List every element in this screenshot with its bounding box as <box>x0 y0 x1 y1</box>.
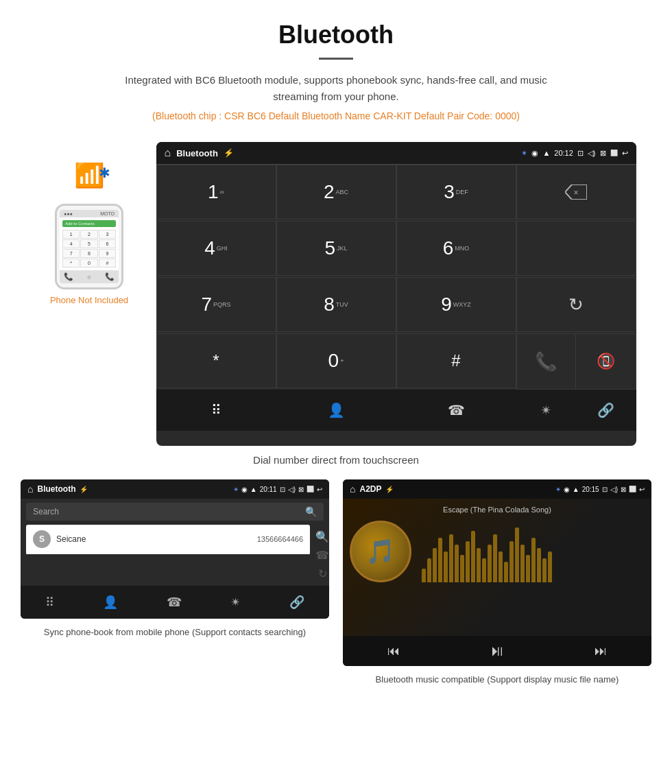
phone-key-1[interactable]: 1 <box>62 230 80 239</box>
dial-call-buttons: 📞 📵 <box>516 333 636 390</box>
dial-key-5[interactable]: 5JKL <box>276 221 396 276</box>
pb-side-search-icon[interactable]: 🔍 <box>315 530 329 543</box>
pb-contact-list: S Seicane 13566664466 <box>26 525 310 554</box>
dial-key-7[interactable]: 7PQRS <box>156 277 276 332</box>
phone-key-star[interactable]: * <box>62 259 80 268</box>
pb-nav-keypad[interactable]: ⠿ <box>45 595 54 610</box>
bottom-screenshots: ⌂ Bluetooth ⚡ ✴ ◉ ▲ 20:11 ⊡ ◁) ⊠ ⬜ ↩ <box>21 479 651 687</box>
pb-nav-bt[interactable]: ✴ <box>230 595 241 610</box>
dial-key-9[interactable]: 9WXYZ <box>396 277 516 332</box>
dial-key-6[interactable]: 6MNO <box>396 221 516 276</box>
phone-key-0[interactable]: 0 <box>80 259 97 268</box>
music-song-title: Escape (The Pina Colada Song) <box>443 506 551 514</box>
dial-section: 📶 ✱ ●●●MOTO Add to Contacts 1 2 3 4 5 <box>21 142 651 446</box>
android-dial-screen: ⌂ Bluetooth ⚡ ✴ ◉ ▲ 20:12 ⊡ ◁) ⊠ ⬜ ↩ <box>156 142 636 446</box>
dial-nav-keypad[interactable]: ⠿ <box>156 390 276 431</box>
music-cam-icon: ⊡ <box>602 486 608 493</box>
pb-side-refresh-icon[interactable]: ↻ <box>318 567 327 580</box>
pb-bt-icon: ✴ <box>233 486 239 493</box>
dial-key-2[interactable]: 2ABC <box>276 165 396 219</box>
phone-frame: ●●●MOTO Add to Contacts 1 2 3 4 5 6 7 8 … <box>55 204 123 289</box>
dial-nav-contacts[interactable]: 👤 <box>276 390 396 431</box>
pb-contact-avatar: S <box>33 530 51 548</box>
music-sig-icon: ▲ <box>573 486 579 493</box>
music-play-pause-button[interactable]: ⏯ <box>490 642 505 660</box>
home-icon[interactable]: ⌂ <box>165 147 171 159</box>
dial-nav-bt[interactable]: ✴ <box>516 390 577 431</box>
xmark-status-icon: ⊠ <box>600 149 606 158</box>
music-art-area: 🎵 <box>350 521 645 582</box>
signal-status-icon: ▲ <box>542 149 550 157</box>
phone-key-hash[interactable]: # <box>99 259 116 268</box>
pb-home-icon[interactable]: ⌂ <box>27 484 33 495</box>
dial-backspace-button[interactable]: × <box>516 165 636 219</box>
phonebook-block: ⌂ Bluetooth ⚡ ✴ ◉ ▲ 20:11 ⊡ ◁) ⊠ ⬜ ↩ <box>21 479 329 687</box>
dial-refresh-button[interactable]: ↻ <box>516 277 636 332</box>
dial-key-star[interactable]: * <box>156 333 276 388</box>
phone-top-bar: ●●●MOTO <box>60 210 119 217</box>
phone-key-4[interactable]: 4 <box>62 239 80 248</box>
pb-x-icon: ⊠ <box>298 486 304 493</box>
page-subtitle: Integrated with BC6 Bluetooth module, su… <box>123 72 549 105</box>
dial-key-3[interactable]: 3DEF <box>396 165 516 219</box>
dial-key-0[interactable]: 0+ <box>276 333 396 388</box>
title-divider <box>319 58 353 60</box>
phone-screen: Add to Contacts 1 2 3 4 5 6 7 8 9 * 0 # <box>60 217 119 270</box>
status-right: ✴ ◉ ▲ 20:12 ⊡ ◁) ⊠ ⬜ ↩ <box>521 149 627 158</box>
music-x-icon: ⊠ <box>621 486 626 493</box>
music-next-button[interactable]: ⏭ <box>595 644 607 658</box>
page-header: Bluetooth Integrated with BC6 Bluetooth … <box>0 0 672 128</box>
phone-key-9[interactable]: 9 <box>99 249 116 258</box>
svg-text:✱: ✱ <box>99 165 110 180</box>
music-home-icon[interactable]: ⌂ <box>350 484 355 495</box>
phone-key-3[interactable]: 3 <box>99 230 116 239</box>
phone-key-8[interactable]: 8 <box>80 249 97 258</box>
pb-sig-icon: ▲ <box>250 486 257 493</box>
pb-nav-phone[interactable]: ☎ <box>167 595 182 610</box>
music-prev-button[interactable]: ⏮ <box>387 644 400 658</box>
music-loc-icon: ◉ <box>564 486 570 493</box>
pb-search-icon: 🔍 <box>305 506 317 517</box>
pb-layout: S Seicane 13566664466 🔍 ☎ ↻ <box>21 525 329 586</box>
dial-nav-phone[interactable]: ☎ <box>396 390 516 431</box>
music-bt-icon: ✴ <box>555 486 561 493</box>
svg-text:×: × <box>573 188 578 198</box>
phone-key-5[interactable]: 5 <box>80 239 97 248</box>
dial-caption: Dial number direct from touchscreen <box>253 454 419 466</box>
bluetooth-specs: (Bluetooth chip : CSR BC6 Default Blueto… <box>14 110 658 121</box>
dial-key-4[interactable]: 4GHI <box>156 221 276 276</box>
pb-contact-phone: 13566664466 <box>257 535 303 543</box>
pb-right-icons: 🔍 ☎ ↻ <box>315 525 329 586</box>
music-back-icon: ↩ <box>639 486 645 493</box>
dial-key-hash[interactable]: # <box>396 333 516 388</box>
dial-status-time: 20:12 <box>554 149 573 157</box>
dial-key-1[interactable]: 1∞ <box>156 165 276 219</box>
pb-list-area: S Seicane 13566664466 <box>21 525 315 586</box>
wifi-bt-icon: 📶 ✱ <box>69 163 110 197</box>
pb-nav-link[interactable]: 🔗 <box>289 595 304 610</box>
pb-win-icon: ⬜ <box>307 486 314 492</box>
pb-loc-icon: ◉ <box>241 486 248 493</box>
phone-key-6[interactable]: 6 <box>99 239 116 248</box>
pb-search-bar[interactable]: Search 🔍 <box>26 503 324 521</box>
pb-side-phone-icon[interactable]: ☎ <box>315 549 329 562</box>
pb-contact-row[interactable]: S Seicane 13566664466 <box>26 525 310 554</box>
dial-empty-row2 <box>516 221 636 276</box>
dial-call-red-button[interactable]: 📵 <box>576 334 636 389</box>
phone-key-2[interactable]: 2 <box>80 230 97 239</box>
dial-key-8[interactable]: 8TUV <box>276 277 396 332</box>
dial-nav-settings[interactable]: 🔗 <box>576 390 636 431</box>
dial-status-bar: ⌂ Bluetooth ⚡ ✴ ◉ ▲ 20:12 ⊡ ◁) ⊠ ⬜ ↩ <box>156 142 636 164</box>
pb-contact-name: Seicane <box>56 534 252 544</box>
pb-nav-contacts[interactable]: 👤 <box>103 595 118 610</box>
phone-key-7[interactable]: 7 <box>62 249 80 258</box>
music-screen: ⌂ A2DP ⚡ ✴ ◉ ▲ 20:15 ⊡ ◁) ⊠ ⬜ ↩ <box>343 479 651 666</box>
pb-vol-icon: ◁) <box>288 486 296 493</box>
dial-call-green-button[interactable]: 📞 <box>517 334 577 389</box>
usb-icon: ⚡ <box>224 148 234 158</box>
pb-time: 20:11 <box>260 486 277 493</box>
music-album-art: 🎵 <box>350 521 411 582</box>
camera-status-icon: ⊡ <box>577 149 584 158</box>
phone-add-contacts-label: Add to Contacts <box>62 220 116 227</box>
bluetooth-status-icon: ✴ <box>521 149 527 158</box>
